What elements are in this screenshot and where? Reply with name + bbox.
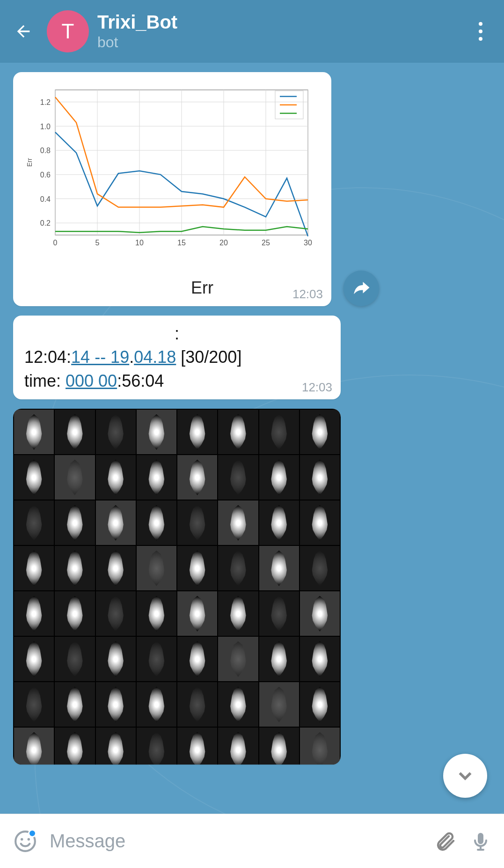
emoji-button[interactable] xyxy=(10,826,40,856)
notification-dot-icon xyxy=(28,829,37,838)
text-line-colon: : xyxy=(24,322,329,346)
text-message-bubble[interactable]: : 12:04:14 -- 19.04.18 [30/200] time: 00… xyxy=(13,316,341,399)
chat-header: T Trixi_Bot bot xyxy=(0,0,504,63)
text-message-content: : 12:04:14 -- 19.04.18 [30/200] time: 00… xyxy=(24,322,329,393)
scroll-to-bottom-button[interactable] xyxy=(443,754,487,798)
microphone-button[interactable] xyxy=(467,828,494,854)
svg-text:5: 5 xyxy=(95,239,100,247)
message-time: 12:03 xyxy=(302,380,332,395)
svg-text:15: 15 xyxy=(177,239,186,247)
grid-cell xyxy=(300,455,340,500)
grid-cell xyxy=(218,637,258,681)
message-row xyxy=(13,409,491,765)
grid-cell xyxy=(55,500,95,545)
microphone-icon xyxy=(469,830,492,853)
grid-cell xyxy=(96,410,136,454)
message-row: : 12:04:14 -- 19.04.18 [30/200] time: 00… xyxy=(13,316,491,399)
grid-cell xyxy=(218,500,258,545)
grid-cell xyxy=(300,728,340,765)
link[interactable]: 04.18 xyxy=(134,347,176,367)
chat-area[interactable]: 0510152025300.20.40.60.81.01.2Err Err 12… xyxy=(0,63,504,814)
grid-cell xyxy=(300,410,340,454)
grid-cell xyxy=(177,591,217,636)
back-button[interactable] xyxy=(9,17,37,45)
header-titles[interactable]: Trixi_Bot bot xyxy=(97,12,177,51)
grid-cell xyxy=(177,546,217,590)
image-message-bubble[interactable] xyxy=(13,409,341,765)
grid-cell xyxy=(218,682,258,727)
kebab-dot-icon xyxy=(479,22,482,26)
image-grid xyxy=(13,409,341,765)
grid-cell xyxy=(55,455,95,500)
kebab-dot-icon xyxy=(479,37,482,41)
grid-cell xyxy=(137,591,176,636)
grid-cell xyxy=(96,546,136,590)
grid-cell xyxy=(300,546,340,590)
line-chart: 0510152025300.20.40.60.81.01.2Err xyxy=(22,81,323,258)
arrow-left-icon xyxy=(14,22,33,41)
grid-cell xyxy=(137,637,176,681)
kebab-dot-icon xyxy=(479,29,482,33)
more-options-button[interactable] xyxy=(467,17,495,45)
grid-cell xyxy=(259,455,299,500)
svg-text:1.0: 1.0 xyxy=(40,123,51,131)
chat-subtitle: bot xyxy=(97,34,177,51)
grid-cell xyxy=(300,637,340,681)
grid-cell xyxy=(137,728,176,765)
share-arrow-icon xyxy=(351,279,371,298)
grid-cell xyxy=(14,682,54,727)
svg-text:Err: Err xyxy=(26,158,33,167)
grid-cell xyxy=(96,455,136,500)
svg-text:30: 30 xyxy=(304,239,312,247)
grid-cell xyxy=(259,637,299,681)
chart-message-bubble[interactable]: 0510152025300.20.40.60.81.01.2Err Err 12… xyxy=(13,72,331,306)
forward-button[interactable] xyxy=(343,271,379,306)
grid-cell xyxy=(177,682,217,727)
avatar-initial: T xyxy=(62,20,74,43)
svg-rect-35 xyxy=(478,833,483,844)
message-input[interactable] xyxy=(50,831,423,852)
grid-cell xyxy=(14,546,54,590)
attach-button[interactable] xyxy=(432,828,458,854)
grid-cell xyxy=(218,546,258,590)
grid-cell xyxy=(137,410,176,454)
grid-cell xyxy=(177,637,217,681)
svg-text:20: 20 xyxy=(219,239,228,247)
grid-cell xyxy=(55,410,95,454)
svg-text:10: 10 xyxy=(135,239,144,247)
grid-cell xyxy=(218,728,258,765)
grid-cell xyxy=(259,591,299,636)
grid-cell xyxy=(96,500,136,545)
message-time: 12:03 xyxy=(292,287,323,302)
grid-cell xyxy=(259,410,299,454)
grid-cell xyxy=(14,591,54,636)
grid-cell xyxy=(137,455,176,500)
svg-text:0: 0 xyxy=(53,239,58,247)
grid-cell xyxy=(14,728,54,765)
grid-cell xyxy=(14,455,54,500)
link[interactable]: 000 00 xyxy=(66,371,117,390)
grid-cell xyxy=(55,682,95,727)
grid-cell xyxy=(218,455,258,500)
grid-cell xyxy=(259,682,299,727)
svg-text:0.4: 0.4 xyxy=(40,195,51,203)
grid-cell xyxy=(218,591,258,636)
grid-cell xyxy=(55,637,95,681)
grid-cell xyxy=(177,455,217,500)
grid-cell xyxy=(14,500,54,545)
grid-cell xyxy=(177,410,217,454)
grid-cell xyxy=(137,546,176,590)
chart-caption: Err xyxy=(191,278,213,298)
grid-cell xyxy=(218,410,258,454)
avatar[interactable]: T xyxy=(47,10,89,52)
text-line-1: 12:04:14 -- 19.04.18 [30/200] xyxy=(24,346,329,369)
grid-cell xyxy=(55,591,95,636)
text-line-2: time: 000 00:56:04 xyxy=(24,369,329,393)
grid-cell xyxy=(96,728,136,765)
svg-text:25: 25 xyxy=(262,239,270,247)
grid-cell xyxy=(14,637,54,681)
link[interactable]: 14 -- 19 xyxy=(71,347,129,367)
grid-cell xyxy=(55,546,95,590)
svg-text:0.8: 0.8 xyxy=(40,147,51,154)
svg-point-34 xyxy=(28,838,30,840)
